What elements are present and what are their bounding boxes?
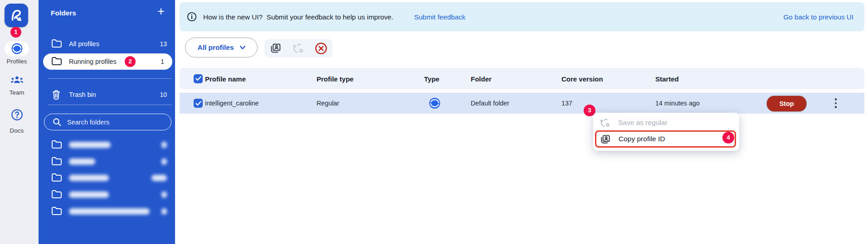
copy-profile-id-icon (270, 43, 282, 54)
folder-icon (51, 157, 62, 167)
blurred-folder-count (161, 142, 167, 148)
folder-count: 13 (160, 40, 167, 48)
stop-button[interactable]: Stop (766, 96, 807, 112)
folder-cell: Default folder (471, 100, 509, 107)
folder-icon (51, 190, 62, 201)
chevron-down-icon (240, 46, 245, 49)
search-folders-box[interactable] (44, 114, 171, 130)
check-icon (195, 101, 201, 106)
save-as-regular-icon (292, 42, 304, 54)
row-context-menu: Save as regular Copy profile ID 4 (593, 113, 739, 151)
feedback-banner: How is the new UI? Submit your feedback … (180, 2, 864, 31)
check-icon (195, 76, 201, 81)
blurred-folder-count (161, 158, 167, 165)
column-header-started[interactable]: Started (655, 75, 679, 82)
banner-message: Submit your feedback to help us improve. (267, 13, 393, 21)
sidebar-label-team: Team (0, 89, 34, 96)
core-version-cell: 137 (561, 100, 572, 107)
step-badge-4: 4 (722, 132, 734, 144)
blurred-folder-count (161, 208, 167, 215)
folder-item-running-profiles-selected[interactable]: Running profiles 2 1 (43, 53, 172, 70)
left-rail: 1 Profiles Team (0, 0, 39, 244)
column-header-folder[interactable]: Folder (471, 75, 492, 82)
save-as-regular-icon (600, 117, 610, 128)
folder-item-blurred[interactable] (39, 204, 175, 219)
blurred-folder-name (69, 158, 95, 165)
sidebar-label-docs: Docs (0, 127, 34, 134)
blurred-folder-name (69, 191, 109, 198)
app-root: 1 Profiles Team (0, 0, 868, 244)
folder-item-blurred[interactable] (39, 138, 175, 152)
blurred-folder-name (69, 175, 109, 181)
docs-help-icon (0, 109, 34, 121)
folder-icon (51, 206, 62, 217)
menu-item-label: Save as regular (618, 119, 668, 127)
table-header: Profile name Profile type Type Folder Co… (180, 68, 864, 89)
table-row-selected[interactable]: intelligent_caroline Regular Default fol… (180, 93, 864, 114)
folder-icon (51, 140, 62, 151)
blurred-folder-count (151, 175, 167, 181)
bulk-actions-toolbar (264, 39, 332, 57)
column-header-profile-name[interactable]: Profile name (205, 75, 246, 82)
blurred-folder-name (69, 208, 150, 215)
tutorial-highlight-box: Copy profile ID (595, 130, 736, 148)
folder-filter-label: All profiles (197, 43, 234, 52)
folders-panel: Folders + All profiles 13 Running profil… (39, 0, 175, 244)
sidebar-label-profiles: Profiles (0, 58, 34, 65)
team-icon (0, 75, 34, 85)
profile-name-cell: intelligent_caroline (205, 100, 258, 107)
divider (48, 78, 171, 79)
stop-all-button[interactable] (315, 42, 327, 55)
row-checkbox[interactable] (194, 99, 203, 108)
folder-item-blurred[interactable] (39, 154, 175, 169)
blurred-folder-name (69, 142, 111, 148)
profiles-active-pill[interactable] (5, 41, 29, 56)
folder-icon (51, 39, 62, 50)
folder-item-all-profiles[interactable]: All profiles 13 (39, 37, 175, 51)
copy-profile-id-button[interactable] (270, 43, 282, 54)
started-cell: 14 minutes ago (655, 100, 700, 107)
folder-icon (51, 57, 62, 67)
add-folder-button[interactable]: + (154, 5, 168, 18)
search-icon (52, 117, 62, 127)
folder-count: 10 (160, 91, 167, 98)
column-header-type[interactable]: Type (424, 75, 439, 82)
mimic-browser-icon (429, 97, 441, 110)
copy-profile-id-icon (600, 134, 611, 144)
trash-icon (51, 90, 61, 102)
save-as-regular-button-disabled (292, 42, 304, 54)
folder-count: 1 (161, 58, 164, 65)
divider (48, 105, 171, 105)
menu-item-label: Copy profile ID (619, 135, 665, 143)
stop-all-icon (315, 42, 327, 55)
search-folders-input[interactable] (66, 116, 163, 129)
folder-label: All profiles (69, 40, 99, 48)
folder-item-blurred[interactable] (39, 187, 175, 202)
menu-item-save-as-regular: Save as regular (593, 115, 739, 131)
menu-item-copy-profile-id[interactable]: Copy profile ID (596, 132, 742, 146)
folders-title: Folders (51, 9, 76, 17)
banner-question: How is the new UI? (203, 13, 263, 21)
select-all-checkbox[interactable] (194, 74, 203, 83)
step-badge-1: 1 (10, 27, 21, 38)
column-header-profile-type[interactable]: Profile type (317, 75, 354, 82)
row-menu-kebab-icon[interactable] (831, 97, 840, 109)
folder-label: Running profiles (69, 58, 117, 65)
folder-item-trash-bin[interactable]: Trash bin 10 (39, 87, 175, 102)
folder-label: Trash bin (69, 91, 96, 98)
blurred-folder-count (161, 191, 167, 198)
app-logo-button[interactable] (5, 4, 28, 27)
folder-item-blurred[interactable] (39, 171, 175, 185)
folder-filter-dropdown[interactable]: All profiles (185, 38, 258, 57)
mimic-browser-icon (11, 43, 23, 55)
folder-icon (51, 173, 62, 184)
column-header-core-version[interactable]: Core version (561, 75, 603, 82)
profile-type-cell: Regular (317, 100, 339, 107)
submit-feedback-link[interactable]: Submit feedback (414, 13, 465, 21)
step-badge-2: 2 (125, 56, 136, 67)
info-icon (187, 12, 197, 22)
go-back-previous-ui-link[interactable]: Go back to previous UI (784, 13, 853, 21)
app-logo-icon (9, 8, 24, 23)
